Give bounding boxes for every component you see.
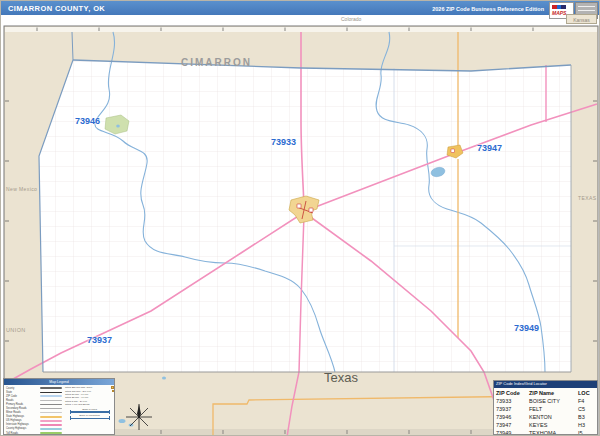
legend-line-sample xyxy=(40,395,62,397)
pond xyxy=(119,419,126,423)
logo-color-strip-icon xyxy=(552,5,566,9)
legend-row-label: State Highways xyxy=(6,415,24,418)
legend-row: Toll Roads xyxy=(6,431,62,435)
adjacent-state-label-south: Texas xyxy=(324,370,358,385)
legend-line-sample xyxy=(40,387,62,388)
scale-miles: Scale in Miles xyxy=(65,408,114,413)
county-name-label: CIMARRON xyxy=(181,57,252,68)
adjacent-state-box-northeast: Kansas xyxy=(566,14,597,24)
legend-line-sample xyxy=(40,432,62,434)
zip-table-cell: 73947 xyxy=(496,421,529,429)
zip-table-cell: 73949 xyxy=(496,429,529,436)
adjacent-county-label-texas: TEXAS xyxy=(578,195,596,201)
legend-row-label: Minor Roads xyxy=(6,411,21,414)
legend-city-items: Cities 250,000 and AboveCities 100,000 -… xyxy=(65,386,114,419)
legend-row-label: Interstate Highways xyxy=(6,423,29,426)
zip-table-cell: I5 xyxy=(578,429,596,436)
legend-line-sample xyxy=(40,428,62,430)
map-legend: Map Legend CountyStateZIP CodeRoadsPrima… xyxy=(3,378,115,435)
legend-row-label: Primary Roads xyxy=(6,403,23,406)
scale-kilometers-bar xyxy=(70,418,110,419)
legend-line-sample xyxy=(40,424,62,426)
map-page: CIMARRON COUNTY, OK 2026 ZIP Code Busine… xyxy=(0,0,600,436)
legend-line-sample xyxy=(40,392,62,393)
legend-row-label: County Highways xyxy=(6,427,26,430)
legend-line-sample xyxy=(40,416,62,418)
adjacent-state-label-north: Colorado xyxy=(341,16,361,22)
zip-code-label: 73937 xyxy=(87,335,112,345)
legend-row-label: Secondary Roads xyxy=(6,407,27,410)
legend-line-sample xyxy=(40,404,62,405)
legend-row-label: ZIP Code xyxy=(6,395,17,398)
zip-table-cell: 73937 xyxy=(496,405,529,413)
zip-table-cell: KENTON xyxy=(529,413,578,421)
page-title: CIMARRON COUNTY, OK xyxy=(8,4,105,13)
zip-table-cell: F4 xyxy=(578,397,596,405)
zip-table-header: ZIP Name xyxy=(529,389,578,397)
legend-row-label: US Highways xyxy=(6,419,22,422)
zip-code-label: 73946 xyxy=(75,116,100,126)
legend-row-label: Roads xyxy=(6,399,14,402)
legend-row-label: County xyxy=(6,387,14,390)
zip-table-header: LOC xyxy=(578,389,596,397)
legend-city-label: Cities 4,999 and Below xyxy=(65,403,89,406)
adjacent-state-label-west: New Mexico xyxy=(6,186,37,192)
legend-line-sample xyxy=(40,408,62,409)
zip-code-label: 73933 xyxy=(271,137,296,147)
zip-table-cell: C5 xyxy=(578,405,596,413)
adjacent-county-label-union: UNION xyxy=(6,327,26,333)
edition-subtitle: 2026 ZIP Code Business Reference Edition xyxy=(432,6,544,12)
legend-line-sample xyxy=(40,420,62,422)
legend-line-items: CountyStateZIP CodeRoadsPrimary RoadsSec… xyxy=(6,386,62,435)
pond xyxy=(116,125,120,128)
zip-table-header: ZIP Code xyxy=(496,389,529,397)
zip-table-cell: 73946 xyxy=(496,413,529,421)
zip-table-cell: KEYES xyxy=(529,421,578,429)
highway-shield-icon xyxy=(297,204,301,208)
legend-city-row: Cities 4,999 and Below xyxy=(65,403,114,406)
zip-table-cell: 73933 xyxy=(496,397,529,405)
pond xyxy=(162,377,166,380)
top-ruler xyxy=(5,27,597,32)
legend-line-sample xyxy=(40,412,62,413)
zip-table-cell: BOISE CITY xyxy=(529,397,578,405)
legend-row-label: Toll Roads xyxy=(6,432,18,435)
zip-code-label: 73947 xyxy=(477,143,502,153)
zip-table-cell: B3 xyxy=(578,413,596,421)
legend-line-sample xyxy=(40,400,62,401)
zip-code-label: 73949 xyxy=(514,323,539,333)
zip-table-grid: ZIP CodeZIP NameLOC73933BOISE CITYF47393… xyxy=(494,388,597,436)
zip-index-table: ZIP Code Index/Grid Locator ZIP CodeZIP … xyxy=(493,380,598,435)
header-bar: CIMARRON COUNTY, OK 2026 ZIP Code Busine… xyxy=(1,1,600,15)
logo-wordmark: MAPS xyxy=(552,10,566,16)
highway-shield-icon xyxy=(309,208,313,212)
legend-row-label: State xyxy=(6,391,12,394)
highway-shield-icon xyxy=(451,149,455,153)
city-symbol-icon xyxy=(112,390,114,392)
zip-table-cell: H3 xyxy=(578,421,596,429)
scale-kilometers: Scale in Kilometers xyxy=(65,414,114,419)
zip-table-cell: TEXHOMA xyxy=(529,429,578,436)
map-canvas xyxy=(1,1,600,436)
scale-miles-bar xyxy=(70,411,110,412)
city-symbol-icon xyxy=(111,386,114,389)
zip-table-cell: FELT xyxy=(529,405,578,413)
